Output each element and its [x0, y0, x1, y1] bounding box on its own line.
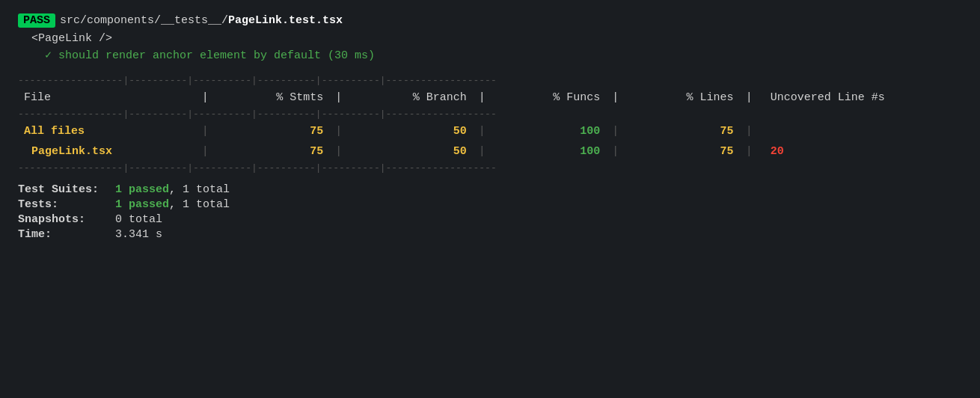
snapshots-label: Snapshots: [18, 213, 115, 226]
table-row: All files | 75 | 50 | 100 | 75 | [18, 121, 962, 141]
tests-passed: 1 passed [115, 198, 169, 211]
time-value: 3.341 s [115, 228, 162, 241]
row1-funcs: 100 [497, 121, 606, 141]
tests-total: , 1 total [169, 198, 230, 211]
suites-value: 1 passed, 1 total [115, 183, 230, 196]
sep-line-3: ------------------|----------|----------… [18, 162, 962, 175]
pass-badge: PASS [18, 13, 55, 28]
header-line: PASS src/components/__tests__/PageLink.t… [18, 13, 962, 28]
suites-passed: 1 passed [115, 183, 169, 196]
row1-uncovered [765, 121, 962, 141]
table-row: PageLink.tsx | 75 | 50 | 100 | 75 | 20 [18, 141, 962, 162]
stat-time: Time: 3.341 s [18, 228, 962, 241]
col-header-uncovered: Uncovered Line #s [765, 88, 962, 108]
row1-file: All files [18, 121, 196, 141]
coverage-header-row: File | % Stmts | % Branch | % Funcs | % … [18, 88, 962, 108]
tests-value: 1 passed, 1 total [115, 198, 230, 211]
snapshots-value: 0 total [115, 213, 162, 226]
file-path: src/components/__tests__/PageLink.test.t… [60, 14, 343, 27]
row1-lines: 75 [631, 121, 739, 141]
row2-branch: 50 [354, 141, 473, 162]
col-header-funcs: % Funcs [497, 88, 606, 108]
stats-section: Test Suites: 1 passed, 1 total Tests: 1 … [18, 183, 962, 241]
row2-funcs: 100 [497, 141, 606, 162]
row1-branch: 50 [354, 121, 473, 141]
col-header-branch: % Branch [354, 88, 473, 108]
row2-file: PageLink.tsx [18, 141, 196, 162]
stat-tests: Tests: 1 passed, 1 total [18, 198, 962, 211]
coverage-table: File | % Stmts | % Branch | % Funcs | % … [18, 88, 962, 108]
stat-suites: Test Suites: 1 passed, 1 total [18, 183, 962, 196]
col-header-lines: % Lines [631, 88, 739, 108]
suites-label: Test Suites: [18, 183, 115, 196]
col-header-stmts: % Stmts [221, 88, 329, 108]
time-label: Time: [18, 228, 115, 241]
coverage-data-table: All files | 75 | 50 | 100 | 75 | PageLin… [18, 121, 962, 162]
suites-total: , 1 total [169, 183, 230, 196]
col-header-file: File [18, 88, 196, 108]
stat-snapshots: Snapshots: 0 total [18, 213, 962, 226]
row1-stmts: 75 [221, 121, 329, 141]
row2-stmts: 75 [221, 141, 329, 162]
suite-name: <PageLink /> [31, 32, 962, 45]
tests-label: Tests: [18, 198, 115, 211]
file-path-main: PageLink.test.tsx [228, 14, 343, 27]
file-path-prefix: src/components/__tests__/ [60, 14, 228, 27]
test-item: ✓ should render anchor element by defaul… [45, 48, 962, 62]
row2-lines: 75 [631, 141, 739, 162]
sep-line-1: ------------------|----------|----------… [18, 74, 962, 88]
row2-uncovered: 20 [765, 141, 962, 162]
sep-line-2: ------------------|----------|----------… [18, 108, 962, 121]
